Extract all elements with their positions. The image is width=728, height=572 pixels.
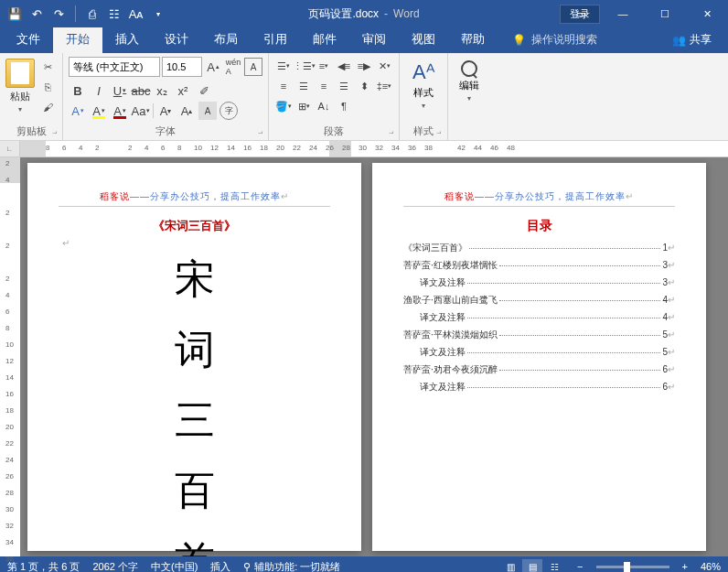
vertical-ruler[interactable]: 242224681012141618202224262830323436 [0, 157, 20, 556]
char-shading-icon[interactable]: A [198, 102, 217, 120]
maximize-icon[interactable]: ☐ [644, 0, 686, 27]
tell-me-search[interactable]: 💡 操作说明搜索 [507, 27, 603, 53]
zoom-in-button[interactable]: + [682, 561, 688, 572]
line-spacing-icon[interactable]: ‡≡▾ [375, 77, 393, 95]
asian-layout-icon[interactable]: ✕▾ [375, 57, 393, 75]
text-effects-icon[interactable]: A▾ [69, 102, 87, 120]
italic-button[interactable]: I [90, 81, 108, 100]
toc-item[interactable]: 菩萨蛮·红楼别夜堪惆怅3↵ [403, 259, 675, 272]
shading-icon[interactable]: 🪣▾ [274, 97, 293, 115]
enclose-char-icon[interactable]: 字 [219, 102, 238, 120]
tab-design[interactable]: 设计 [152, 26, 201, 53]
change-case-icon[interactable]: Aa▾ [132, 102, 150, 120]
minimize-icon[interactable]: — [602, 0, 644, 27]
toc-item[interactable]: 菩萨蛮·平林漠漠烟如织5↵ [403, 329, 675, 341]
title-sep: - [384, 7, 388, 20]
header-brand: 稻客说 [444, 191, 475, 201]
toc-item[interactable]: 菩萨蛮·劝君今夜须沉醉6↵ [403, 363, 675, 376]
zoom-level[interactable]: 46% [701, 561, 721, 572]
toc-item[interactable]: 渔歌子·西塞山前白鹭飞4↵ [403, 294, 675, 307]
accessibility-icon: ⚲ [243, 561, 251, 573]
align-left-icon[interactable]: ≡ [274, 77, 293, 95]
align-center-icon[interactable]: ☰ [294, 77, 313, 95]
tab-help[interactable]: 帮助 [448, 26, 498, 53]
qat-icon-1[interactable]: ⎙ [85, 6, 100, 21]
header-text: 分享办公技巧，提高工作效率 [495, 191, 626, 201]
qat-icon-3[interactable]: Aᴀ [129, 6, 144, 21]
strikethrough-button[interactable]: abc [132, 81, 150, 100]
highlight-button[interactable]: A▾ [90, 102, 108, 120]
show-marks-icon[interactable]: ¶ [335, 97, 353, 115]
grow-font-icon-2[interactable]: A▴ [177, 102, 196, 120]
qat-icon-2[interactable]: ☷ [107, 6, 122, 21]
borders-icon[interactable]: ⊞▾ [294, 97, 313, 115]
read-mode-icon[interactable]: ▥ [500, 559, 520, 572]
tab-mailings[interactable]: 邮件 [300, 26, 349, 53]
font-size-select[interactable] [162, 57, 202, 77]
word-count[interactable]: 2062 个字 [92, 560, 138, 573]
underline-button[interactable]: U▾ [111, 81, 129, 100]
language-indicator[interactable]: 中文(中国) [151, 560, 198, 573]
page-2[interactable]: 稻客说——分享办公技巧，提高工作效率↵ 目录 《宋词三百首》1↵菩萨蛮·红楼别夜… [372, 163, 706, 551]
paste-button[interactable]: 粘贴 ▾ [5, 57, 35, 123]
copy-icon[interactable]: ⎘ [38, 79, 57, 95]
superscript-button[interactable]: x² [174, 81, 192, 100]
bullets-icon[interactable]: ☰▾ [274, 57, 293, 75]
cut-icon[interactable]: ✂ [38, 59, 57, 75]
toc-item[interactable]: 《宋词三百首》1↵ [403, 242, 675, 254]
title-bar: 💾 ↶ ↷ ⎙ ☷ Aᴀ ▾ 页码设置.docx - Word 登录 ▭ — ☐… [0, 0, 728, 27]
styles-button[interactable]: Aᴬ 样式 ▾ [405, 57, 442, 113]
group-font: A▴ wénA A B I U▾ abc x₂ x² ✐ A▾ A▾ A▾ Aa… [63, 53, 269, 140]
numbering-icon[interactable]: ⋮☰▾ [294, 57, 313, 75]
bold-button[interactable]: B [69, 81, 87, 100]
page-indicator[interactable]: 第 1 页，共 6 页 [7, 560, 80, 573]
ribbon-options-icon[interactable]: ▭ [560, 0, 602, 27]
clear-format-icon[interactable]: ✐ [195, 81, 213, 100]
font-color-button[interactable]: A▾ [111, 102, 129, 120]
paragraph-label: 段落 [274, 123, 393, 138]
toc-item[interactable]: 译文及注释6↵ [403, 381, 675, 394]
page-1[interactable]: 稻客说——分享办公技巧，提高工作效率↵ 《宋词三百首》 ↵ 宋词三百首 [27, 163, 361, 551]
toc-item[interactable]: 译文及注释4↵ [403, 311, 675, 324]
tab-layout[interactable]: 布局 [201, 26, 251, 53]
font-name-select[interactable] [69, 57, 160, 77]
accessibility-status[interactable]: ⚲ 辅助功能: 一切就绪 [243, 560, 340, 573]
tab-selector[interactable]: ∟ [0, 141, 20, 156]
distribute-icon[interactable]: ⬍ [355, 77, 373, 95]
close-icon[interactable]: ✕ [686, 0, 728, 27]
tab-view[interactable]: 视图 [399, 26, 448, 53]
zoom-slider[interactable] [596, 566, 669, 568]
web-layout-icon[interactable]: ☷ [544, 559, 564, 572]
format-painter-icon[interactable]: 🖌 [38, 99, 57, 115]
tab-home[interactable]: 开始 [53, 26, 102, 53]
decrease-indent-icon[interactable]: ◀≡ [335, 57, 353, 75]
char-border-icon[interactable]: A [244, 58, 262, 76]
header-dash: —— [475, 191, 495, 201]
zoom-out-button[interactable]: − [577, 561, 583, 572]
horizontal-ruler[interactable]: ∟ 86422468101214161820222426283032343638… [0, 141, 728, 157]
justify-icon[interactable]: ☰ [335, 77, 353, 95]
phonetic-guide-icon[interactable]: wénA [224, 58, 242, 76]
tab-file[interactable]: 文件 [4, 26, 53, 53]
insert-mode[interactable]: 插入 [210, 560, 230, 573]
styles-btn-label: 样式 [413, 86, 434, 100]
toc-item[interactable]: 译文及注释5↵ [403, 346, 675, 359]
print-layout-icon[interactable]: ▤ [522, 559, 542, 572]
editing-button[interactable]: 编辑 ▾ [454, 57, 485, 106]
align-right-icon[interactable]: ≡ [315, 77, 333, 95]
toc-item[interactable]: 译文及注释3↵ [403, 276, 675, 289]
grow-font-icon[interactable]: A▴ [204, 58, 222, 76]
tab-review[interactable]: 审阅 [349, 26, 399, 53]
qat-dropdown-icon[interactable]: ▾ [151, 6, 166, 21]
redo-icon[interactable]: ↷ [51, 6, 66, 21]
save-icon[interactable]: 💾 [7, 6, 22, 21]
multilevel-icon[interactable]: ≡▾ [315, 57, 333, 75]
increase-indent-icon[interactable]: ≡▶ [355, 57, 373, 75]
shrink-font-icon[interactable]: A▾ [156, 102, 175, 120]
tab-references[interactable]: 引用 [251, 26, 300, 53]
tab-insert[interactable]: 插入 [102, 26, 152, 53]
sort-icon[interactable]: A↓ [315, 97, 333, 115]
subscript-button[interactable]: x₂ [153, 81, 171, 100]
undo-icon[interactable]: ↶ [29, 6, 44, 21]
share-button[interactable]: 👥 共享 [667, 27, 717, 53]
